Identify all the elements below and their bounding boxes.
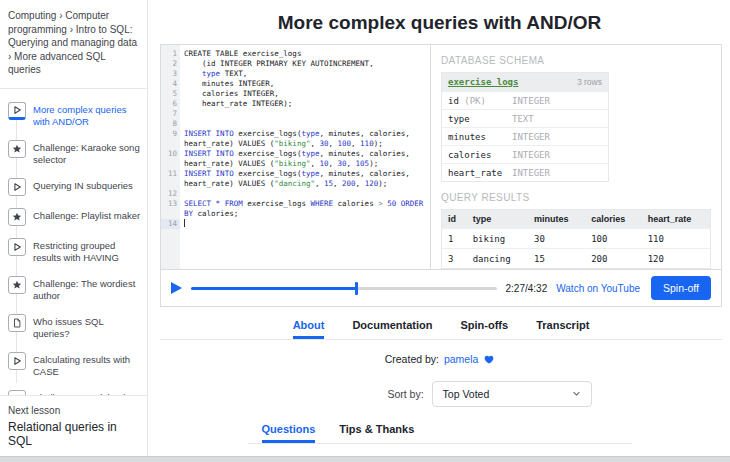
sidebar-item-label: Challenge: Gradebook	[33, 390, 128, 396]
progress-handle[interactable]	[355, 282, 358, 295]
tab-about[interactable]: About	[293, 319, 325, 339]
heart-icon	[484, 354, 494, 366]
line-number	[161, 139, 180, 149]
play-icon	[8, 238, 26, 256]
sidebar-item-3[interactable]: Challenge: Playlist maker	[8, 208, 141, 226]
sidebar-item-4[interactable]: Restricting grouped results with HAVING	[8, 238, 141, 264]
code-line: 5 calories INTEGER,	[161, 89, 430, 99]
code-line: 12	[161, 189, 430, 199]
play-icon	[8, 178, 26, 196]
schema-column-row: heart_rateINTEGER	[442, 163, 608, 181]
sort-by-label: Sort by:	[387, 388, 423, 400]
sidebar-item-label: Challenge: The wordiest author	[33, 276, 141, 302]
table-row: 3dancing15200120	[442, 249, 711, 269]
created-by: Created by: pamela	[149, 353, 730, 366]
breadcrumb[interactable]: Computing › Computer programming › Intro…	[0, 0, 147, 89]
code-line: 13SELECT * FROM exercise_logs WHERE calo…	[161, 199, 430, 209]
line-number: 14	[161, 219, 180, 229]
results-header-type: type	[467, 210, 528, 229]
sidebar-item-8[interactable]: Challenge: Gradebook	[8, 390, 141, 396]
schema-column-row: minutesINTEGER	[442, 127, 608, 145]
code-line: 2 (id INTEGER PRIMARY KEY AUTOINCREMENT,	[161, 59, 430, 69]
tab-spin-offs[interactable]: Spin-offs	[460, 319, 508, 339]
line-number: 8	[161, 119, 180, 129]
output-panel: DATABASE SCHEMA exercise_logs 3 rows id …	[431, 45, 721, 269]
lesson-sidebar: Computing › Computer programming › Intro…	[0, 0, 148, 456]
sidebar-item-7[interactable]: Calculating results with CASE	[8, 352, 141, 378]
play-icon	[8, 102, 26, 120]
star-icon	[8, 390, 26, 396]
line-number: 13	[161, 199, 180, 209]
bottom-divider	[0, 456, 730, 462]
line-number	[161, 159, 180, 169]
created-by-label: Created by:	[385, 353, 439, 365]
database-schema-heading: DATABASE SCHEMA	[441, 55, 711, 66]
sidebar-item-label: Calculating results with CASE	[33, 352, 141, 378]
code-line: 10INSERT INTO exercise_logs(type, minute…	[161, 149, 430, 159]
schema-table: exercise_logs 3 rows id (PK)INTEGERtypeT…	[441, 72, 609, 182]
code-line: heart_rate) VALUES ("biking", 30, 100, 1…	[161, 139, 430, 149]
code-line: heart_rate) VALUES ("biking", 10, 30, 10…	[161, 159, 430, 169]
lesson-nav: More complex queries with AND/ORChalleng…	[0, 89, 147, 396]
code-line: 8	[161, 119, 430, 129]
star-icon	[8, 208, 26, 226]
results-header-minutes: minutes	[528, 210, 585, 229]
table-row: 1biking30100110	[442, 229, 711, 249]
next-lesson-label: Next lesson	[8, 405, 137, 416]
next-lesson-link[interactable]: Relational queries in SQL	[8, 420, 137, 448]
sidebar-item-5[interactable]: Challenge: The wordiest author	[8, 276, 141, 302]
line-number	[161, 209, 180, 219]
code-line: 11INSERT INTO exercise_logs(type, minute…	[161, 169, 430, 179]
line-number: 6	[161, 99, 180, 109]
sidebar-item-0[interactable]: More complex queries with AND/OR	[8, 102, 141, 128]
schema-column-row: typeTEXT	[442, 109, 608, 127]
code-line: 14	[161, 219, 430, 229]
editor-output-row: 1CREATE TABLE exercise_logs2 (id INTEGER…	[161, 45, 721, 269]
page-title: More complex queries with AND/OR	[149, 0, 730, 34]
line-number: 2	[161, 59, 180, 69]
code-line: 4 minutes INTEGER,	[161, 79, 430, 89]
text-cursor	[184, 219, 185, 227]
code-talkthrough-panel: 1CREATE TABLE exercise_logs2 (id INTEGER…	[160, 44, 722, 307]
sort-value: Top Voted	[443, 388, 490, 400]
star-icon	[8, 276, 26, 294]
line-number: 1	[161, 49, 180, 59]
schema-table-header: exercise_logs 3 rows	[442, 73, 608, 91]
sidebar-item-label: Challenge: Playlist maker	[33, 208, 140, 222]
video-progress-bar[interactable]	[191, 287, 497, 290]
results-header-heart_rate: heart_rate	[642, 210, 711, 229]
video-player-bar: 2:27/4:32 Watch on YouTube Spin-off	[161, 269, 721, 306]
sql-editor[interactable]: 1CREATE TABLE exercise_logs2 (id INTEGER…	[161, 45, 431, 269]
tab-questions[interactable]: Questions	[262, 423, 316, 443]
star-icon	[8, 140, 26, 158]
tab-transcript[interactable]: Transcript	[536, 319, 589, 339]
line-number	[161, 179, 180, 189]
schema-table-link[interactable]: exercise_logs	[448, 77, 518, 87]
content-tabs: AboutDocumentationSpin-offsTranscript	[160, 319, 722, 340]
results-header-id: id	[442, 210, 467, 229]
sidebar-item-label: More complex queries with AND/OR	[33, 102, 141, 128]
code-line: BY calories;	[161, 209, 430, 219]
next-lesson-section: Next lesson Relational queries in SQL	[0, 395, 147, 456]
code-line: 1CREATE TABLE exercise_logs	[161, 49, 430, 59]
sidebar-item-6[interactable]: Who issues SQL queries?	[8, 314, 141, 340]
watch-on-youtube-link[interactable]: Watch on YouTube	[556, 283, 640, 294]
tab-documentation[interactable]: Documentation	[352, 319, 432, 339]
chevron-down-icon	[572, 388, 581, 400]
code-line: 6 heart_rate INTEGER);	[161, 99, 430, 109]
sort-select[interactable]: Top Voted	[432, 381, 592, 407]
sidebar-item-1[interactable]: Challenge: Karaoke song selector	[8, 140, 141, 166]
line-number: 9	[161, 129, 180, 139]
code-line: heart_rate) VALUES ("dancing", 15, 200, …	[161, 179, 430, 189]
line-number: 5	[161, 89, 180, 99]
tab-tips-thanks[interactable]: Tips & Thanks	[339, 423, 414, 443]
line-number: 10	[161, 149, 180, 159]
play-button[interactable]	[171, 282, 182, 294]
sidebar-item-2[interactable]: Querying IN subqueries	[8, 178, 141, 196]
sort-row: Sort by: Top Voted	[199, 381, 730, 407]
author-link[interactable]: pamela	[444, 353, 478, 365]
line-number: 3	[161, 69, 180, 79]
schema-row-count: 3 rows	[577, 77, 602, 87]
spin-off-button[interactable]: Spin-off	[651, 276, 711, 300]
code-line: 9INSERT INTO exercise_logs(type, minutes…	[161, 129, 430, 139]
